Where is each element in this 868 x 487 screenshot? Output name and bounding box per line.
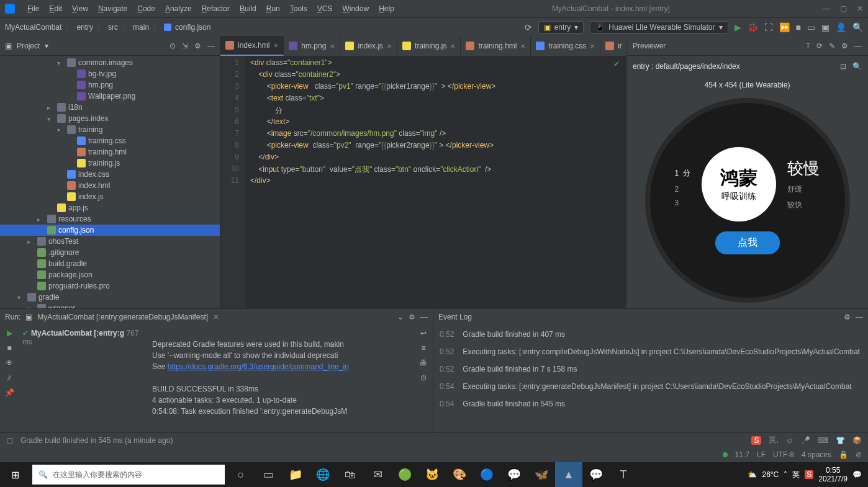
tab-training.css[interactable]: training.css✕ [531,36,600,56]
picker2[interactable]: 较慢 舒缓 较快 [787,158,820,210]
clock-time[interactable]: 0:55 [818,466,848,475]
sync-icon[interactable]: ⟳ [525,22,532,32]
inspection-ok-icon[interactable]: ✔ [613,60,620,68]
stop-icon[interactable]: ■ [796,22,801,32]
breadcrumb-item[interactable]: config.json [175,23,210,32]
chevron-down-icon[interactable]: ⌄ [397,313,404,321]
code-area[interactable]: ✔ <div class="container1"> <div class="c… [245,56,626,308]
refresh-icon[interactable]: ⟳ [816,42,823,50]
tab-hm.png[interactable]: hm.png✕ [284,36,340,56]
menu-navigate[interactable]: Navigate [93,2,132,16]
menu-refactor[interactable]: Refactor [197,2,235,16]
typora-icon[interactable]: T [610,462,637,487]
device-dropdown[interactable]: 📱Huawei Lite Wearable Simulator▾ [590,21,728,34]
profile-user-icon[interactable]: 👤 [836,22,846,32]
deveco-icon[interactable]: ▲ [555,462,582,487]
edge-icon[interactable]: 🌐 [309,462,337,487]
pin-icon[interactable]: 📌 [5,388,14,397]
tree-item[interactable]: app.js [0,202,220,213]
tree-item[interactable]: bg-tv.jpg [0,68,220,79]
close-icon[interactable]: ✕ [857,4,863,13]
weather-icon[interactable]: ⛅ [748,470,757,479]
project-tree[interactable]: ▾common.imagesbg-tv.jpghm.pngWallpaper.p… [0,56,220,308]
ime-label[interactable]: 英 [792,470,800,480]
browser-icon[interactable]: 🟢 [391,462,418,487]
mail-icon[interactable]: ✉ [364,462,391,487]
sdk-icon[interactable]: ▣ [821,22,830,32]
tree-item[interactable]: ▸resources [0,213,220,225]
help-icon[interactable]: ⊙ [420,373,427,382]
hide-icon[interactable]: — [207,42,215,50]
gear-icon[interactable]: ⚙ [409,313,415,321]
menu-code[interactable]: Code [132,2,160,16]
gear-icon[interactable]: ⚙ [844,313,851,321]
menu-vcs[interactable]: VCS [312,2,338,16]
print-icon[interactable]: 🖶 [420,359,427,367]
chrome-icon[interactable]: 🔵 [473,462,500,487]
tree-item[interactable]: training.js [0,158,220,169]
menu-run[interactable]: Run [261,2,285,16]
app3-icon[interactable]: 🦋 [528,462,555,487]
emoji-icon[interactable]: ☺ [786,436,793,445]
font-icon[interactable]: T [806,42,810,50]
lock-icon[interactable]: 🔒 [839,450,848,459]
explorer-icon[interactable]: 📁 [282,462,309,487]
menu-tools[interactable]: Tools [285,2,312,16]
paint-icon[interactable]: 🎨 [446,462,473,487]
clock-date[interactable]: 2021/7/9 [818,475,848,483]
notification-icon[interactable]: 💬 [852,470,862,479]
tree-item[interactable]: ▾training [0,124,220,135]
scroll-end-icon[interactable]: ≡ [421,344,425,352]
taskview-icon[interactable]: ▭ [255,462,282,487]
soft-wrap-icon[interactable]: ↩ [420,329,427,337]
profile-icon[interactable]: ⏩ [779,22,790,32]
tab-index.js[interactable]: index.js✕ [340,36,397,56]
tree-item[interactable]: build.gradle [0,258,220,269]
tab-index.hml[interactable]: index.hml✕ [220,36,284,56]
breadcrumb-item[interactable]: main [133,23,149,32]
tree-item[interactable]: training.hml [0,146,220,158]
menu-analyze[interactable]: Analyze [160,2,197,16]
tree-item[interactable]: Wallpaper.png [0,91,220,102]
taskbar-search[interactable]: 🔍 在这里输入你要搜索的内容 [32,465,225,485]
debug-icon[interactable]: 🐞 [748,22,758,32]
run-config-dropdown[interactable]: ▣entry▾ [538,21,584,34]
minimize-icon[interactable]: — [823,4,830,13]
tree-item[interactable]: hm.png [0,79,220,91]
chevron-up-icon[interactable]: ˄ [784,470,787,479]
tree-item[interactable]: package.json [0,269,220,280]
memory-icon[interactable]: ⊘ [856,450,862,459]
event-log-body[interactable]: 0:52Gradle build finished in 407 ms0:52E… [433,325,868,432]
mic-icon[interactable]: 🎤 [801,436,810,445]
wechat-icon[interactable]: 💬 [582,462,610,487]
tab-ir[interactable]: ir▾ [600,36,626,56]
indent[interactable]: 4 spaces [802,450,831,459]
menu-view[interactable]: View [67,2,93,16]
zoom-fit-icon[interactable]: ⊡ [840,62,846,71]
tree-item[interactable]: proguard-rules.pro [0,280,220,292]
watch-button[interactable]: 点我 [715,231,780,254]
picker1[interactable]: 1 分 2 3 [675,161,691,207]
menu-build[interactable]: Build [235,2,261,16]
cortana-icon[interactable]: ○ [227,462,255,487]
store-icon[interactable]: 🛍 [337,462,364,487]
collapse-icon[interactable]: ⇲ [182,42,188,50]
maximize-icon[interactable]: ▢ [840,4,847,13]
event-row[interactable]: 0:54Gradle build finished in 545 ms [440,400,862,408]
hide-icon[interactable]: — [854,42,862,50]
locate-icon[interactable]: ⊙ [170,42,176,50]
start-button[interactable]: ⊞ [0,462,30,487]
event-row[interactable]: 0:52Gradle build finished in 7 s 158 ms [440,365,862,373]
menu-help[interactable]: Help [374,2,399,16]
tree-item[interactable]: ▸i18n [0,102,220,113]
code-editor[interactable]: 1234567891011 ✔ <div class="container1">… [220,56,626,308]
menu-window[interactable]: Window [337,2,374,16]
hide-icon[interactable]: — [420,313,428,321]
tree-item[interactable]: .gitignore [0,247,220,258]
ime-s-icon[interactable]: S [805,470,813,479]
layout-icon[interactable]: ⫽ [6,373,13,382]
filter-icon[interactable]: 👁 [6,359,13,367]
tree-item[interactable]: ▾common.images [0,57,220,68]
encoding[interactable]: UTF-8 [773,450,794,459]
coverage-icon[interactable]: ⛶ [764,22,773,32]
